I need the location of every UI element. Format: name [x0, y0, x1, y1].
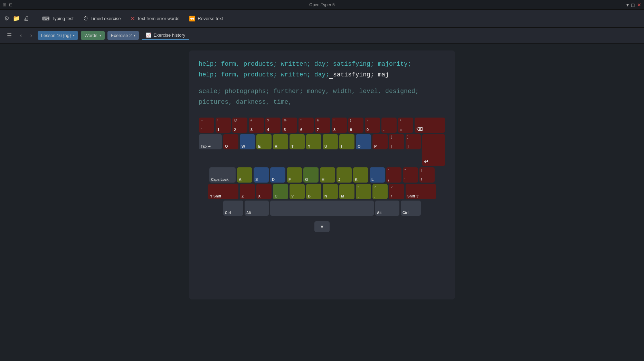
key-t[interactable]: T	[290, 134, 305, 149]
keyboard-row-4: ⇧ Shift Z X C V B N M <, >. ?/ Shift ⇧	[199, 184, 445, 199]
key-k[interactable]: K	[353, 167, 368, 183]
key-alt-right[interactable]: Alt	[375, 201, 399, 216]
keyboard: ~` !1 @2 #3 $4 %5 ^6 &7 *8 (9 )0 _- += ⌫…	[199, 118, 445, 217]
line-spacer	[199, 80, 445, 86]
line-4-pending: pictures, darkness, time,	[199, 97, 445, 108]
words-arrow-icon: ▾	[100, 34, 101, 37]
exercise-history-button[interactable]: 📈 Exercise history	[142, 31, 189, 40]
key-m[interactable]: M	[339, 184, 354, 199]
exercise-dropdown[interactable]: Exercise 2 ▾	[107, 31, 139, 40]
key-8[interactable]: *8	[332, 118, 347, 133]
line-2-active: help; form, products; written; day; sati…	[199, 70, 445, 80]
key-semicolon[interactable]: :;	[386, 167, 401, 183]
key-n[interactable]: N	[323, 184, 338, 199]
key-5[interactable]: %5	[282, 118, 297, 133]
key-comma[interactable]: <,	[356, 184, 371, 199]
text-from-error-label: Text from error words	[137, 16, 180, 21]
key-z[interactable]: Z	[240, 184, 255, 199]
key-9[interactable]: (9	[348, 118, 363, 133]
exercise-history-label: Exercise history	[153, 33, 185, 38]
timed-exercise-button[interactable]: ⏱ Timed exercise	[79, 13, 125, 24]
key-p[interactable]: P	[372, 134, 388, 149]
key-x[interactable]: X	[256, 184, 272, 199]
key-period[interactable]: >.	[372, 184, 388, 199]
key-e[interactable]: E	[256, 134, 272, 149]
key-o[interactable]: O	[356, 134, 371, 149]
key-minus[interactable]: _-	[381, 118, 397, 133]
typing-text-area[interactable]: help; form, products; written; day; sati…	[199, 59, 445, 107]
typing-test-button[interactable]: ⌨ Typing test	[38, 13, 78, 24]
key-capslock[interactable]: Caps Lock	[209, 167, 236, 183]
collapse-keyboard-button[interactable]: ▾	[314, 221, 330, 232]
key-ctrl-right[interactable]: Ctrl	[401, 201, 421, 216]
key-g[interactable]: G	[303, 167, 319, 183]
key-6[interactable]: ^6	[299, 118, 314, 133]
key-space[interactable]	[270, 201, 374, 216]
timed-exercise-icon: ⏱	[83, 16, 88, 21]
main-area: help; form, products; written; day; sati…	[0, 44, 644, 361]
key-v[interactable]: V	[290, 184, 305, 199]
title-bar-left-icons: ⊞ ⊟	[3, 2, 12, 7]
key-c[interactable]: C	[273, 184, 288, 199]
key-4[interactable]: $4	[265, 118, 281, 133]
key-quote[interactable]: "'	[403, 167, 418, 183]
print-icon[interactable]: 🖨	[23, 15, 29, 22]
key-f[interactable]: F	[287, 167, 302, 183]
app-icon-2: ⊟	[9, 2, 12, 7]
key-alt-left[interactable]: Alt	[245, 201, 269, 216]
typing-test-icon: ⌨	[42, 16, 50, 22]
key-7[interactable]: &7	[315, 118, 330, 133]
history-chart-icon: 📈	[146, 33, 151, 38]
folder-icon[interactable]: 📁	[13, 15, 20, 22]
key-s[interactable]: S	[254, 167, 269, 183]
key-u[interactable]: U	[323, 134, 338, 149]
key-i[interactable]: I	[339, 134, 354, 149]
keyboard-row-2: Tab ⇥ Q W E R T Y U I O P {[ }] ↵	[199, 134, 445, 166]
key-slash[interactable]: ?/	[389, 184, 404, 199]
line-1-completed: help; form, products; written; day; sati…	[199, 59, 445, 70]
reverse-text-label: Reverse text	[198, 16, 223, 21]
key-d[interactable]: D	[270, 167, 285, 183]
key-2[interactable]: @2	[232, 118, 247, 133]
sidebar-toggle-button[interactable]: ☰	[4, 31, 15, 40]
line-3-pending: scale; photographs; further; money, widt…	[199, 86, 445, 97]
text-from-error-button[interactable]: ✕ Text from error words	[126, 13, 184, 24]
key-b[interactable]: B	[306, 184, 321, 199]
key-backtick[interactable]: ~`	[199, 118, 214, 133]
reverse-text-button[interactable]: ⏪ Reverse text	[185, 13, 227, 24]
close-icon[interactable]: ✕	[637, 2, 641, 8]
lesson-dropdown[interactable]: Lesson 16 {hg} ▾	[38, 31, 78, 40]
key-l[interactable]: L	[370, 167, 385, 183]
typing-test-label: Typing test	[52, 16, 74, 21]
key-shift-right[interactable]: Shift ⇧	[406, 184, 436, 199]
key-ctrl-left[interactable]: Ctrl	[223, 201, 243, 216]
nav-bar: ☰ ‹ › Lesson 16 {hg} ▾ Words ▾ Exercise …	[0, 28, 644, 44]
key-r[interactable]: R	[273, 134, 288, 149]
key-backslash[interactable]: |\	[419, 167, 435, 183]
back-button[interactable]: ‹	[17, 31, 25, 40]
key-1[interactable]: !1	[216, 118, 231, 133]
key-equals[interactable]: +=	[398, 118, 413, 133]
key-w[interactable]: W	[240, 134, 255, 149]
key-y[interactable]: Y	[306, 134, 321, 149]
key-a[interactable]: A	[237, 167, 252, 183]
settings-icon[interactable]: ⚙	[4, 15, 9, 22]
key-h[interactable]: H	[320, 167, 335, 183]
key-0[interactable]: )0	[365, 118, 380, 133]
key-backspace[interactable]: ⌫	[415, 118, 445, 133]
minimize-icon[interactable]: ▾	[626, 2, 629, 8]
window-controls: ▾ ◻ ✕	[626, 2, 641, 8]
key-shift-left[interactable]: ⇧ Shift	[208, 184, 238, 199]
key-j[interactable]: J	[337, 167, 352, 183]
words-dropdown[interactable]: Words ▾	[81, 31, 104, 40]
key-q[interactable]: Q	[223, 134, 238, 149]
forward-button[interactable]: ›	[27, 31, 35, 40]
key-bracket-left[interactable]: {[	[389, 134, 404, 149]
toolbar-separator-1	[35, 13, 35, 24]
key-enter[interactable]: ↵	[422, 134, 445, 166]
key-tab[interactable]: Tab ⇥	[199, 134, 222, 149]
key-bracket-right[interactable]: }]	[406, 134, 421, 149]
window-title: Open-Typer 5	[309, 2, 334, 7]
key-3[interactable]: #3	[249, 118, 264, 133]
restore-icon[interactable]: ◻	[631, 2, 635, 8]
